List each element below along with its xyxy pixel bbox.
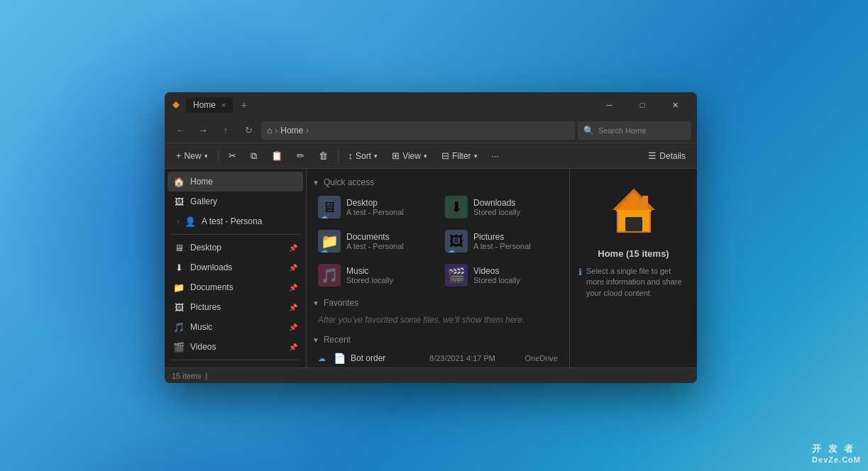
refresh-btn[interactable]: ↻ (238, 121, 258, 140)
add-tab-btn[interactable]: + (237, 99, 251, 111)
sidebar-item-music[interactable]: 🎵 Music 📌 (167, 317, 303, 337)
home-breadcrumb-icon: ⌂ (267, 126, 272, 135)
status-count: 15 items (172, 372, 202, 380)
more-btn[interactable]: ··· (486, 146, 505, 166)
sidebar-item-pictures[interactable]: 🖼 Pictures 📌 (167, 297, 303, 317)
favorites-label: Favorites (324, 298, 358, 308)
downloads-folder-name: Downloads (473, 198, 558, 208)
breadcrumb[interactable]: ⌂ › Home › (261, 121, 575, 140)
close-btn[interactable]: ✕ (659, 94, 691, 116)
persona-sidebar-icon: 👤 (185, 216, 196, 227)
back-icon: ← (176, 125, 185, 135)
recent-item-0[interactable]: ☁ 📄 Bot order 8/23/2021 4:17 PM OneDrive (312, 349, 564, 367)
pictures-pin-icon: 📌 (289, 304, 297, 311)
rename-btn[interactable]: ✏ (291, 146, 310, 166)
window-tab[interactable]: Home × (186, 97, 233, 113)
up-btn[interactable]: ↑ (216, 121, 236, 140)
sidebar-item-home[interactable]: 🏠 Home (167, 172, 303, 192)
copy-btn[interactable]: ⧉ (245, 146, 263, 166)
recent-file-icon-0: 📄 (334, 353, 345, 364)
home-sidebar-icon: 🏠 (173, 177, 185, 187)
sidebar: 🏠 Home 🖼 Gallery › 👤 A test - Persona 🖥 … (165, 169, 307, 367)
toolbar-divider-2 (338, 149, 339, 163)
back-btn[interactable]: ← (170, 121, 190, 140)
file-area: ▼ Quick access 🖥 ☁ Desktop A test - Pers… (307, 169, 569, 367)
folder-item-documents[interactable]: 📁 ☁ Documents A test - Personal (312, 226, 436, 257)
videos-folder-sub: Stored locally (473, 276, 558, 284)
svg-point-0 (175, 104, 177, 106)
downloads-folder-icon: ⬇ (445, 196, 468, 218)
search-box[interactable]: 🔍 Search Home (578, 121, 691, 140)
videos-pin-icon: 📌 (289, 343, 297, 351)
videos-folder-name: Videos (473, 266, 558, 276)
minimize-btn[interactable]: ─ (593, 94, 626, 116)
breadcrumb-home: Home (280, 126, 303, 135)
sidebar-persona-label: A test - Persona (202, 216, 262, 226)
delete-btn[interactable]: 🗑 (313, 146, 334, 166)
sidebar-item-downloads[interactable]: ⬇ Downloads 📌 (167, 257, 303, 277)
details-btn[interactable]: ☰ Details (642, 146, 691, 166)
new-btn[interactable]: + New ▾ (170, 146, 214, 166)
music-folder-info: Music Stored locally (346, 266, 431, 284)
pictures-folder-info: Pictures A test - Personal (473, 232, 558, 250)
music-sidebar-icon: 🎵 (173, 322, 185, 333)
sidebar-item-videos[interactable]: 🎬 Videos 📌 (167, 337, 303, 357)
folder-item-videos[interactable]: 🎬 Videos Stored locally (439, 260, 564, 291)
forward-btn[interactable]: → (193, 121, 213, 140)
sidebar-item-gallery[interactable]: 🖼 Gallery (167, 192, 303, 211)
documents-pin-icon: 📌 (289, 284, 297, 292)
filter-btn[interactable]: ⊟ Filter ▾ (436, 146, 483, 166)
tab-label: Home (193, 100, 216, 110)
toolbar-divider-1 (218, 149, 219, 163)
main-content: 🏠 Home 🖼 Gallery › 👤 A test - Persona 🖥 … (165, 169, 697, 367)
view-label: View (402, 151, 421, 161)
sidebar-documents-label: Documents (190, 282, 234, 292)
sort-chevron-icon: ▾ (374, 153, 378, 160)
more-icon: ··· (492, 151, 499, 161)
sidebar-gallery-label: Gallery (190, 196, 217, 206)
pictures-folder-sub: A test - Personal (473, 242, 558, 250)
home-icon-large (605, 183, 662, 240)
desktop-folder-icon: 🖥 ☁ (318, 196, 341, 218)
videos-folder-icon: 🎬 (445, 264, 468, 287)
cut-btn[interactable]: ✂ (223, 146, 242, 166)
svg-rect-5 (642, 196, 648, 206)
recent-header[interactable]: ▼ Recent (312, 335, 564, 345)
pictures-sidebar-icon: 🖼 (173, 302, 185, 313)
folder-item-desktop[interactable]: 🖥 ☁ Desktop A test - Personal (312, 192, 436, 223)
tab-close-btn[interactable]: × (221, 101, 226, 109)
sidebar-desktop-label: Desktop (190, 243, 221, 253)
favorites-header[interactable]: ▼ Favorites (312, 298, 564, 308)
maximize-btn[interactable]: □ (626, 94, 659, 116)
recent-date-0: 8/23/2021 4:17 PM (429, 354, 495, 362)
desktop-cloud-icon: ☁ (321, 212, 328, 220)
downloads-pin-icon: 📌 (289, 264, 297, 272)
filter-chevron-icon: ▾ (474, 153, 478, 160)
recent-location-0: OneDrive (501, 354, 558, 362)
sidebar-pictures-label: Pictures (190, 302, 221, 312)
sort-btn[interactable]: ↕ Sort ▾ (343, 146, 384, 166)
paste-btn[interactable]: 📋 (265, 146, 288, 166)
sidebar-item-persona[interactable]: › 👤 A test - Persona (167, 211, 303, 231)
documents-cloud-icon: ☁ (321, 246, 328, 254)
view-chevron-icon: ▾ (424, 153, 427, 160)
desktop-pin-icon: 📌 (289, 244, 297, 252)
view-btn[interactable]: ⊞ View ▾ (386, 146, 433, 166)
svg-rect-3 (625, 217, 642, 231)
favorites-empty-text: After you've favorited some files, we'll… (312, 312, 564, 332)
documents-folder-icon: 📁 ☁ (318, 230, 341, 253)
forward-icon: → (199, 125, 208, 135)
app-icon (170, 99, 182, 111)
music-folder-sub: Stored locally (346, 276, 431, 284)
sidebar-item-desktop[interactable]: 🖥 Desktop 📌 (167, 238, 303, 257)
folder-item-music[interactable]: 🎵 Music Stored locally (312, 260, 436, 291)
new-icon: + (176, 150, 182, 161)
search-placeholder: Search Home (598, 126, 646, 135)
documents-folder-name: Documents (346, 232, 431, 242)
details-info: ℹ Select a single file to get more infor… (578, 266, 688, 299)
quick-access-header[interactable]: ▼ Quick access (312, 177, 564, 187)
folder-item-downloads[interactable]: ⬇ Downloads Stored locally (439, 192, 564, 223)
sidebar-item-documents[interactable]: 📁 Documents 📌 (167, 277, 303, 297)
pictures-cloud-icon: ☁ (448, 246, 455, 254)
folder-item-pictures[interactable]: 🖼 ☁ Pictures A test - Personal (439, 226, 564, 257)
